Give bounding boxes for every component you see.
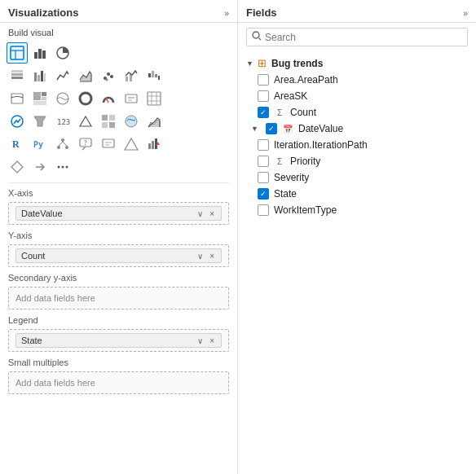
svg-rect-24 [11, 94, 23, 103]
legend-chip: State ∨ × [15, 333, 222, 348]
field-state-checkbox[interactable] [258, 188, 269, 200]
svg-line-72 [259, 38, 262, 41]
viz-card-icon[interactable] [121, 88, 142, 109]
visualizations-expand-icon[interactable]: » [224, 8, 229, 18]
viz-table-icon[interactable] [7, 42, 28, 64]
viz-smart-narr-icon[interactable] [98, 134, 119, 155]
viz-diamond-icon[interactable] [7, 156, 28, 178]
fields-panel: Fields » ▼ ⊞ Bug trends Area.AreaPath [238, 0, 476, 474]
svg-rect-9 [11, 70, 23, 72]
viz-delta-icon[interactable] [75, 111, 96, 132]
secondary-y-axis-zone[interactable]: Add data fields here [8, 287, 229, 309]
x-axis-chip: DateValue ∨ × [15, 206, 222, 221]
svg-rect-48 [109, 122, 115, 128]
viz-treemap-icon[interactable] [29, 88, 51, 109]
svg-point-15 [107, 72, 110, 76]
viz-custom-icon[interactable] [143, 134, 165, 155]
viz-row-6 [7, 156, 231, 178]
viz-123-icon[interactable]: 123 [52, 111, 73, 132]
viz-line-icon[interactable] [52, 65, 73, 86]
legend-remove[interactable]: × [208, 336, 216, 345]
viz-matrix-icon[interactable] [143, 88, 165, 109]
search-icon [252, 31, 262, 43]
field-datevalue-expand[interactable]: ▼ [251, 125, 259, 133]
field-iteration-checkbox[interactable] [258, 139, 269, 151]
small-multiples-zone[interactable]: Add data fields here [8, 371, 229, 394]
x-axis-zone[interactable]: DateValue ∨ × [8, 202, 229, 225]
viz-row-2 [7, 65, 231, 86]
viz-py-icon[interactable]: Py [29, 134, 51, 155]
legend-zone[interactable]: State ∨ × [8, 329, 229, 352]
search-input[interactable] [265, 32, 462, 43]
viz-scatter-icon[interactable] [98, 65, 119, 86]
viz-combo-icon[interactable] [121, 65, 142, 86]
left-panel-scroll: Build visual [0, 23, 237, 474]
svg-rect-21 [152, 71, 154, 77]
viz-row-3 [7, 88, 231, 109]
svg-point-55 [57, 146, 60, 149]
viz-bar-icon[interactable] [29, 42, 51, 64]
viz-gauge-icon[interactable] [98, 88, 119, 109]
viz-shape-icon[interactable] [121, 134, 142, 155]
x-axis-chip-value: DateValue [21, 208, 63, 218]
field-priority-checkbox[interactable] [258, 156, 269, 167]
viz-table2-icon[interactable] [98, 111, 119, 132]
x-axis-chevron[interactable]: ∨ [196, 209, 205, 218]
svg-text:Py: Py [33, 140, 43, 149]
field-workitemtype[interactable]: WorkItemType [238, 202, 476, 218]
y-axis-chip: Count ∨ × [15, 248, 222, 263]
viz-kpi-icon[interactable] [7, 111, 28, 132]
viz-stacked-bar-icon[interactable] [7, 65, 28, 86]
svg-marker-63 [125, 138, 138, 150]
fields-expand-icon[interactable]: » [463, 8, 468, 18]
viz-area-icon[interactable] [75, 65, 96, 86]
viz-stacked-area-icon[interactable] [143, 111, 165, 132]
viz-ribbon-icon[interactable] [7, 88, 28, 109]
svg-rect-27 [42, 97, 46, 100]
svg-point-17 [106, 79, 108, 81]
field-state[interactable]: State [238, 186, 476, 202]
field-count-checkbox[interactable] [258, 107, 269, 118]
y-axis-chevron[interactable]: ∨ [196, 252, 205, 261]
viz-filled-map-icon[interactable] [121, 111, 142, 132]
svg-point-68 [58, 166, 60, 169]
field-datevalue[interactable]: ▼ 📅 DateValue [238, 121, 476, 137]
field-count[interactable]: Σ Count [238, 104, 476, 121]
field-area-areapath-checkbox[interactable] [258, 74, 269, 86]
viz-clustered-bar-icon[interactable] [29, 65, 51, 86]
viz-funnel-icon[interactable] [29, 111, 51, 132]
viz-R-icon[interactable]: R [7, 134, 28, 155]
viz-arrow-icon[interactable] [29, 156, 51, 178]
field-severity-name: Severity [274, 172, 309, 183]
viz-qna-icon[interactable]: ? [75, 134, 96, 155]
svg-rect-18 [126, 77, 128, 81]
viz-donut-icon[interactable] [75, 88, 96, 109]
field-severity[interactable]: Severity [238, 169, 476, 186]
svg-point-31 [82, 95, 89, 102]
viz-waterfall-icon[interactable] [143, 65, 165, 86]
search-box[interactable] [246, 28, 468, 46]
field-areask-checkbox[interactable] [258, 90, 269, 102]
viz-more-icon[interactable] [52, 156, 73, 178]
svg-point-71 [253, 32, 259, 38]
viz-pie-icon[interactable] [52, 42, 73, 64]
viz-map-icon[interactable] [52, 88, 73, 109]
bug-trends-group-header[interactable]: ▼ ⊞ Bug trends [238, 55, 476, 72]
field-areask[interactable]: AreaSK [238, 88, 476, 104]
field-workitemtype-checkbox[interactable] [258, 204, 269, 216]
field-iteration[interactable]: Iteration.IterationPath [238, 137, 476, 153]
field-datevalue-checkbox[interactable] [266, 123, 277, 134]
field-area-areapath[interactable]: Area.AreaPath [238, 72, 476, 88]
field-priority[interactable]: Σ Priority [238, 153, 476, 169]
viz-decomp-icon[interactable] [52, 134, 73, 155]
y-axis-remove[interactable]: × [208, 252, 216, 261]
legend-chip-value: State [21, 336, 42, 345]
field-severity-checkbox[interactable] [258, 172, 269, 183]
legend-chevron[interactable]: ∨ [196, 336, 205, 345]
svg-rect-20 [148, 73, 151, 77]
svg-rect-3 [34, 52, 37, 59]
x-axis-remove[interactable]: × [208, 209, 216, 218]
y-axis-zone[interactable]: Count ∨ × [8, 244, 229, 267]
field-areask-name: AreaSK [274, 90, 307, 102]
field-priority-type-icon: Σ [274, 157, 285, 166]
